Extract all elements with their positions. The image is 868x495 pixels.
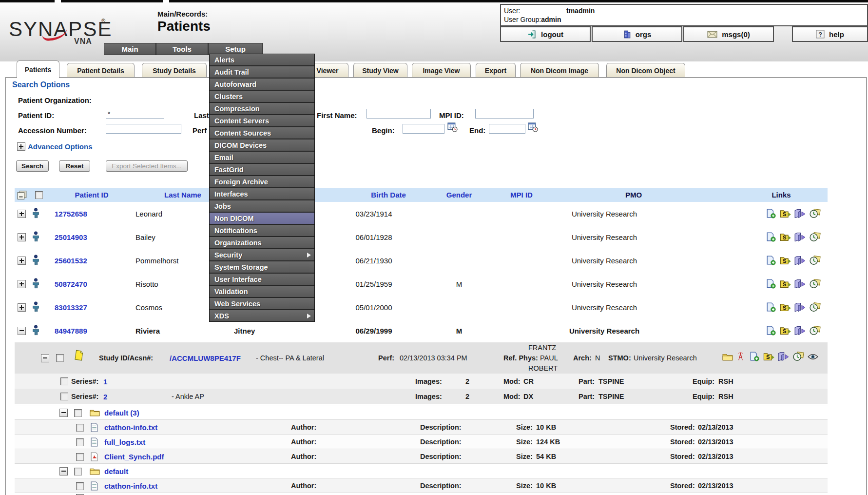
globe-clock-icon[interactable] bbox=[809, 302, 821, 312]
folder-icon[interactable] bbox=[722, 353, 733, 361]
study-folder-icon[interactable] bbox=[780, 233, 791, 241]
globe-clock-icon[interactable] bbox=[809, 208, 821, 218]
study-folder-icon[interactable] bbox=[763, 352, 774, 361]
header-gender[interactable]: Gender bbox=[444, 191, 474, 199]
menu-item-email[interactable]: Email bbox=[210, 152, 314, 164]
file-name-link[interactable]: ctathon-info.txt bbox=[104, 482, 157, 490]
begin-date-input[interactable] bbox=[403, 124, 444, 134]
menu-item-interfaces[interactable]: Interfaces bbox=[210, 188, 314, 200]
begin-calendar-icon[interactable] bbox=[447, 122, 458, 132]
globe-clock-icon[interactable] bbox=[809, 255, 821, 265]
row-expand-icon[interactable] bbox=[18, 303, 26, 312]
menu-item-system-storage[interactable]: System Storage bbox=[210, 261, 314, 274]
header-mpi-id[interactable]: MPI ID bbox=[507, 191, 536, 199]
folder-checkbox[interactable] bbox=[74, 468, 82, 475]
tab-non-dicom-image[interactable]: Non Dicom Image bbox=[520, 63, 599, 78]
advanced-options-expand[interactable] bbox=[17, 142, 25, 151]
row-expand-icon[interactable] bbox=[18, 233, 26, 241]
series-checkbox[interactable] bbox=[60, 377, 68, 385]
row-expand-icon[interactable] bbox=[18, 257, 26, 265]
patient-id-link[interactable]: 12752658 bbox=[55, 210, 87, 218]
menu-item-web-services[interactable]: Web Services bbox=[210, 298, 314, 310]
globe-clock-icon[interactable] bbox=[809, 232, 821, 242]
doc-plus-icon[interactable] bbox=[766, 302, 776, 312]
series-checkbox[interactable] bbox=[60, 393, 68, 400]
menu-item-content-servers[interactable]: Content Servers bbox=[210, 115, 314, 127]
doc-plus-icon[interactable] bbox=[750, 352, 759, 361]
first-name-input[interactable] bbox=[366, 109, 431, 119]
doc-plus-icon[interactable] bbox=[766, 209, 776, 218]
study-folder-icon[interactable] bbox=[780, 209, 791, 218]
menu-item-compression[interactable]: Compression bbox=[210, 103, 314, 115]
patient-id-link[interactable]: 50872470 bbox=[55, 280, 87, 288]
row-collapse-icon[interactable] bbox=[18, 327, 26, 335]
folder-name-link[interactable]: default (3) bbox=[104, 409, 139, 417]
study-folder-icon[interactable] bbox=[780, 303, 791, 312]
logout-button[interactable]: logout bbox=[500, 26, 591, 42]
menu-item-alerts[interactable]: Alerts bbox=[210, 54, 314, 66]
header-last-name[interactable]: Last Name bbox=[154, 191, 212, 199]
accession-number-input[interactable] bbox=[106, 124, 181, 134]
patient-id-link[interactable]: 25601532 bbox=[55, 257, 87, 265]
end-date-input[interactable] bbox=[489, 124, 525, 134]
header-patient-id[interactable]: Patient ID bbox=[62, 191, 121, 199]
menu-item-xds[interactable]: XDS bbox=[210, 310, 314, 321]
menu-item-user-interface[interactable]: User Interface bbox=[210, 274, 314, 286]
tab-non-dicom-object[interactable]: Non Dicom Object bbox=[606, 63, 685, 78]
advanced-options-link[interactable]: Advanced Options bbox=[28, 142, 93, 151]
file-name-link[interactable]: full_logs.txt bbox=[104, 438, 145, 446]
file-name-link[interactable]: ctathon-info.txt bbox=[104, 423, 157, 432]
menubar-tools[interactable]: Tools bbox=[156, 43, 208, 55]
menu-item-fastgrid[interactable]: FastGrid bbox=[210, 164, 314, 176]
menu-item-clusters[interactable]: Clusters bbox=[210, 91, 314, 103]
doc-plus-icon[interactable] bbox=[766, 256, 776, 265]
tab-study-view[interactable]: Study View bbox=[353, 63, 407, 78]
export-selected-button[interactable]: Export Selected Items... bbox=[106, 160, 188, 172]
purple-folder-icon[interactable] bbox=[794, 326, 806, 335]
menu-item-foreign-archive[interactable]: Foreign Archive bbox=[210, 176, 314, 188]
patient-id-link[interactable]: 25014903 bbox=[55, 233, 87, 241]
menu-item-security[interactable]: Security bbox=[210, 249, 314, 261]
purple-folder-icon[interactable] bbox=[794, 209, 806, 218]
patient-id-input[interactable] bbox=[106, 109, 164, 119]
tab-study-details[interactable]: Study Details bbox=[142, 63, 207, 78]
mpi-id-input[interactable] bbox=[475, 109, 534, 119]
header-birth-date[interactable]: Birth Date bbox=[359, 191, 418, 199]
msgs-button[interactable]: msgs(0) bbox=[683, 26, 774, 42]
tab-patient-details[interactable]: Patient Details bbox=[67, 63, 135, 78]
orgs-button[interactable]: orgs bbox=[592, 26, 682, 42]
file-checkbox[interactable] bbox=[76, 424, 84, 432]
study-folder-icon[interactable] bbox=[780, 256, 791, 265]
folder-checkbox[interactable] bbox=[74, 409, 82, 417]
file-checkbox[interactable] bbox=[76, 453, 84, 461]
file-checkbox[interactable] bbox=[76, 438, 84, 446]
antenna-icon[interactable] bbox=[736, 352, 745, 361]
tab-image-view[interactable]: Image View bbox=[412, 63, 471, 78]
patient-id-link[interactable]: 83013327 bbox=[55, 303, 87, 312]
doc-plus-icon[interactable] bbox=[766, 326, 776, 336]
doc-plus-icon[interactable] bbox=[766, 232, 776, 242]
tab-export[interactable]: Export bbox=[476, 63, 516, 78]
globe-clock-icon[interactable] bbox=[809, 278, 821, 289]
row-expand-icon[interactable] bbox=[18, 280, 26, 288]
help-button[interactable]: help bbox=[792, 26, 868, 42]
menu-item-jobs[interactable]: Jobs bbox=[210, 200, 314, 213]
folder-name-link[interactable]: default bbox=[104, 467, 128, 475]
row-expand-icon[interactable] bbox=[18, 210, 26, 218]
menu-item-non-dicom[interactable]: Non DICOM bbox=[210, 213, 314, 225]
folder-collapse-icon[interactable] bbox=[59, 467, 68, 475]
globe-clock-icon[interactable] bbox=[792, 351, 804, 361]
study-collapse-icon[interactable] bbox=[41, 354, 49, 362]
purple-folder-icon[interactable] bbox=[794, 279, 806, 288]
purple-folder-icon[interactable] bbox=[794, 232, 806, 241]
menu-item-content-sources[interactable]: Content Sources bbox=[210, 127, 314, 139]
folder-collapse-icon[interactable] bbox=[59, 409, 68, 417]
menu-item-audit-trail[interactable]: Audit Trail bbox=[210, 66, 314, 79]
menu-item-validation[interactable]: Validation bbox=[210, 286, 314, 298]
collapse-all-icon[interactable] bbox=[17, 190, 27, 200]
series-number[interactable]: 1 bbox=[103, 377, 107, 386]
purple-folder-icon[interactable] bbox=[778, 352, 789, 361]
globe-clock-icon[interactable] bbox=[809, 325, 821, 336]
reset-button[interactable]: Reset bbox=[59, 160, 90, 172]
search-button[interactable]: Search bbox=[16, 160, 49, 172]
